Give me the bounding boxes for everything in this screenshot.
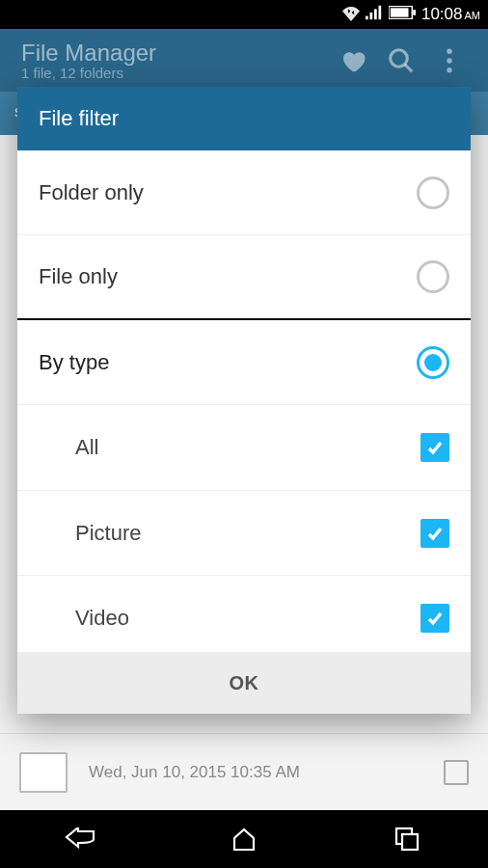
- radio-icon: [417, 260, 449, 293]
- option-label: Folder only: [39, 180, 417, 205]
- option-label: By type: [39, 350, 417, 375]
- option-file-only[interactable]: File only: [17, 235, 471, 320]
- type-label: All: [75, 435, 420, 460]
- type-label: Picture: [75, 521, 420, 546]
- dialog-title: File filter: [17, 87, 471, 150]
- check-icon: [420, 519, 449, 548]
- ok-button[interactable]: OK: [230, 672, 259, 694]
- radio-icon: [417, 176, 449, 209]
- type-all[interactable]: All: [17, 405, 471, 490]
- dialog-footer: OK: [17, 652, 471, 714]
- option-by-type[interactable]: By type: [17, 320, 471, 405]
- radio-icon: [417, 346, 449, 379]
- type-label: Video: [75, 606, 420, 631]
- file-filter-dialog: File filter Folder only File only By typ…: [17, 87, 471, 714]
- check-icon: [420, 433, 449, 462]
- check-icon: [420, 604, 449, 633]
- dialog-backdrop: File filter Folder only File only By typ…: [0, 0, 488, 868]
- type-video[interactable]: Video: [17, 575, 471, 652]
- type-picture[interactable]: Picture: [17, 490, 471, 575]
- option-label: File only: [39, 264, 417, 289]
- option-folder-only[interactable]: Folder only: [17, 150, 471, 235]
